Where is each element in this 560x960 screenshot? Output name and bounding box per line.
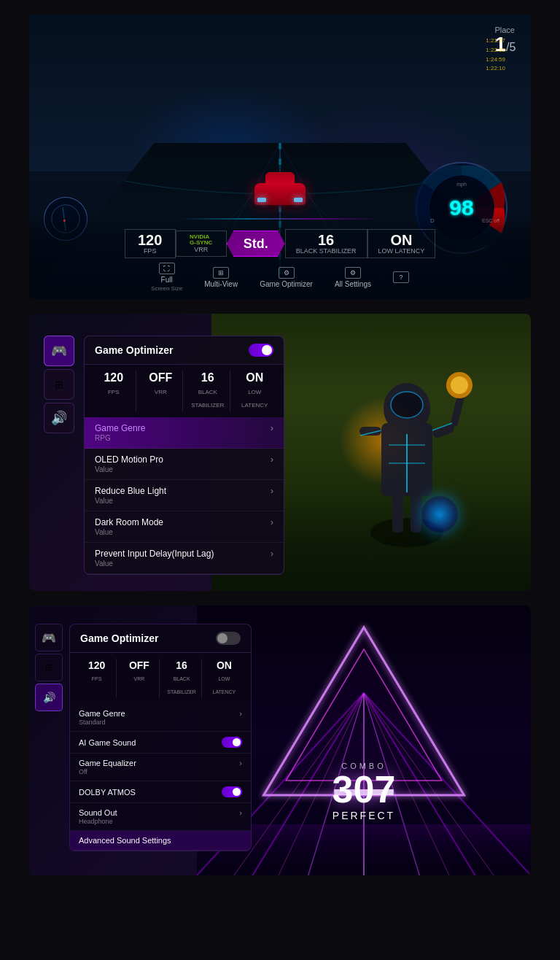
sound3-icon: 🔊 [43,692,55,703]
chevron-right-icon-oled: › [271,454,273,465]
hud-action-multiview[interactable]: ⊞ Multi-View [204,267,238,288]
optimizer-title-2: Game Optimizer [95,344,173,356]
menu-item-game-genre[interactable]: Game Genre › RPG [85,417,284,449]
menu3-item-genre[interactable]: Game Genre › Standard [70,704,251,732]
chevron-right-icon-blue: › [271,486,273,496]
chevron-right-icon-eq: › [239,759,242,767]
road-scene: Place 1 /5 1:21:37 1:22:32 1:24:59 1:22:… [29,15,531,299]
optimizer-toggle-3[interactable] [216,632,241,645]
blackstab-label: Black Stabilizer [296,247,357,255]
latency-label: Low Latency [378,247,425,255]
svg-text:mph: mph [456,182,467,187]
menu-item-dark-room[interactable]: Dark Room Mode › Value [85,511,284,543]
menu-item-input-lag[interactable]: Prevent Input Delay(Input Lag) › Value [85,543,284,574]
panel-game-optimizer-visual: 🎮 ⊞ 🔊 Game Optimizer 120 FPS OFF VRR [29,314,531,591]
opt-fps-lbl: FPS [108,389,120,395]
hud-actions: ⛶ Full Screen Size ⊞ Multi-View ⚙ Game O… [151,263,409,292]
sidebar3-icon-display[interactable]: ⊞ [35,654,63,681]
score-display: COMBO 307 PERFECT [332,762,396,821]
optimizer-header-3: Game Optimizer [70,624,251,653]
menu3-val-genre: Standard [79,719,242,726]
settings-icon: ⚙ [345,267,361,279]
vrr-stat: NVIDIAG-SYNC VRR [176,231,227,257]
hud-stats: 120 FPS NVIDIAG-SYNC VRR Std. 16 Black S… [125,229,436,258]
menu3-item-advanced-sound[interactable]: Advanced Sound Settings [70,831,251,851]
opt-vrr-lbl: VRR [155,389,167,395]
opt3-vrr-lbl: VRR [133,676,144,681]
opt3-bs: 16 Black Stabilizer [163,659,202,698]
menu3-name-ai-sound: AI Game Sound [79,737,242,748]
chevron-right-icon-so: › [239,808,242,817]
menu-item-reduce-blue[interactable]: Reduce Blue Light › Value [85,480,284,511]
opt-vrr: OFF VRR [139,371,184,411]
menu-item-val-dark: Value [95,528,273,536]
menu3-item-dolby[interactable]: DOLBY ATMOS [70,781,251,803]
optimizer-stats-2: 120 FPS OFF VRR 16 Black Stabilizer ON L… [85,365,284,417]
menu3-item-sound-out[interactable]: Sound Out › Headphone [70,803,251,831]
fullscreen-icon: ⛶ [159,263,175,274]
settings-label: All Settings [335,280,371,288]
opt3-bs-val: 16 [165,660,199,670]
sidebar-panel2: 🎮 ⊞ 🔊 [44,336,74,433]
optimizer-stats-3: 120 FPS OFF VRR 16 Black Stabilizer ON L… [70,653,251,704]
hud-action-fullscreen[interactable]: ⛶ Full Screen Size [151,263,182,292]
perfect-label: PERFECT [332,810,396,821]
menu-item-val-lag: Value [95,560,273,568]
menu3-name-sound-out: Sound Out › [79,808,242,817]
opt3-fps-val: 120 [79,660,114,670]
dolby-knob [233,788,241,796]
help-icon: ? [393,271,409,283]
menu3-name-equalizer: Game Equalizer › [79,759,242,767]
menu-item-name-genre: Game Genre › [95,423,273,433]
svg-line-25 [454,394,462,423]
sidebar-panel3: 🎮 ⊞ 🔊 [35,624,63,711]
menu3-item-equalizer[interactable]: Game Equalizer › Off [70,754,251,781]
latency-value: ON [390,233,412,247]
opt3-bs-lbl: Black Stabilizer [167,676,196,694]
fps-stat: 120 FPS [125,229,176,258]
hud-action-help[interactable]: ? [393,271,409,283]
menu-item-name-lag: Prevent Input Delay(Input Lag) › [95,549,273,559]
hud-action-settings[interactable]: ⚙ All Settings [335,267,371,288]
sound-icon: 🔊 [51,410,67,426]
latency-stat: ON Low Latency [368,229,436,258]
multiview-icon: ⊞ [213,267,229,279]
toggle-knob-3 [217,633,228,643]
menu3-name-advanced-sound: Advanced Sound Settings [79,836,242,845]
ai-sound-toggle[interactable] [222,737,242,748]
chevron-right-icon-lag: › [271,549,273,559]
fps-label: FPS [144,247,157,255]
menu-item-name-dark: Dark Room Mode › [95,517,273,527]
opt-vrr-val: OFF [142,372,180,384]
gameopt-label: Game Optimizer [260,280,313,288]
optimizer-toggle-2[interactable] [249,344,273,357]
menu-item-oled-motion[interactable]: OLED Motion Pro › Value [85,449,284,480]
sidebar-icon-gamepad[interactable]: 🎮 [44,336,74,366]
mode-value: Std. [244,237,268,250]
opt3-lat-lbl: Low Latency [212,676,236,694]
race-position: Place 1 /5 1:21:37 1:22:32 1:24:59 1:22:… [494,26,516,55]
opt-lat-lbl: Low Latency [241,389,268,409]
sidebar3-icon-gamepad[interactable]: 🎮 [35,624,63,651]
opt-bs-val: 16 [189,372,227,384]
opt3-lat: ON Low Latency [205,659,244,698]
sidebar3-icon-sound[interactable]: 🔊 [35,684,63,711]
car [254,183,306,205]
menu3-name-genre: Game Genre › [79,709,242,718]
opt-lat: ON Low Latency [233,371,277,411]
chevron-right-icon: › [271,423,273,433]
dolby-toggle[interactable] [222,786,242,797]
display-icon: ⊞ [55,379,63,390]
ai-sound-knob [233,738,241,746]
optimizer-header-2: Game Optimizer [85,336,284,365]
panel-racing-game: Place 1 /5 1:21:37 1:22:32 1:24:59 1:22:… [29,15,531,299]
opt-fps: 120 FPS [92,371,136,411]
menu3-item-ai-sound[interactable]: AI Game Sound [70,732,251,754]
panel-game-optimizer-sound: COMBO 307 PERFECT 🎮 ⊞ 🔊 Game Optimizer 1… [29,605,531,875]
sidebar-icon-sound[interactable]: 🔊 [44,403,74,433]
svg-point-30 [451,376,468,394]
sidebar-icon-display[interactable]: ⊞ [44,369,74,400]
hud-action-gameopt[interactable]: ⚙ Game Optimizer [260,267,313,288]
toggle-knob-2 [262,345,272,355]
fullscreen-label: Full [161,276,173,284]
